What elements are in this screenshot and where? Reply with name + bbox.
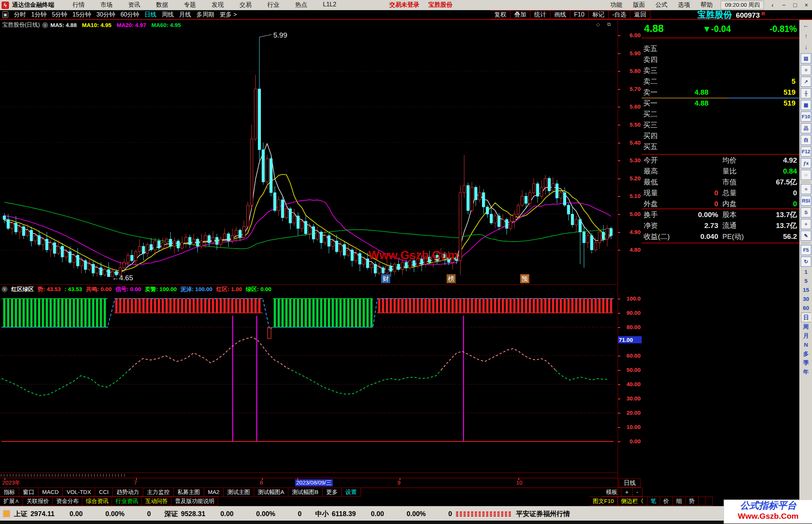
chevron-down-icon[interactable]: ∨ [2, 286, 8, 292]
refresh-icon[interactable]: ↻ [801, 257, 811, 267]
index-sme[interactable]: 中小6118.390.000.00%0 [315, 509, 452, 518]
indicator-tab[interactable]: 测试主图 [224, 488, 254, 497]
order-book-row[interactable]: 卖三 [642, 65, 799, 76]
extension-tab[interactable]: 扩展∧ [0, 497, 23, 506]
strip-period-月[interactable]: 月 [801, 331, 811, 340]
strip-period-1[interactable]: 1 [801, 267, 811, 276]
strip-period-多[interactable]: 多 [801, 349, 811, 358]
chart-tool-button[interactable]: 叠加 [511, 10, 530, 19]
back-arrow[interactable]: ← [801, 21, 811, 30]
period-tab[interactable]: 5分钟 [49, 11, 70, 19]
sidebar-tab[interactable] [698, 497, 706, 506]
chart-tool-button[interactable]: 复权 [491, 10, 511, 19]
sidebar-tab[interactable]: 价 [660, 497, 673, 506]
indicator-tab[interactable]: 设置 [342, 488, 361, 497]
candlestick-chart[interactable]: 5.99←4.65Www.Gszb.Com财榜预 [0, 29, 618, 284]
pencil-icon[interactable]: ✎ [801, 231, 811, 241]
order-book-row[interactable]: 买一 4.88 519 [642, 98, 799, 109]
period-tab[interactable]: 分时 [11, 11, 29, 19]
index-shenzhen[interactable]: 深证9528.310.000.00%0 [164, 509, 301, 518]
indicator-tab[interactable]: CCI [95, 488, 113, 497]
info-pages-icon[interactable]: ▦ [801, 100, 811, 110]
menu-item[interactable]: 行情 [65, 1, 92, 9]
s-icon[interactable]: S [801, 207, 811, 217]
window-button[interactable]: − [778, 2, 789, 9]
strip-period-N[interactable]: N [801, 340, 811, 349]
extension-tab[interactable]: 关联报价 [23, 497, 53, 506]
menu-item[interactable]: 市场 [92, 1, 120, 9]
f10-icon[interactable]: F10 [801, 112, 811, 122]
order-book-row[interactable]: 卖四 [642, 54, 799, 65]
order-book-row[interactable]: 卖一 4.88 519 [642, 87, 799, 98]
window-button[interactable]: □ [789, 2, 801, 9]
menu-item[interactable]: L1L2 [315, 1, 344, 9]
menu-item[interactable]: 发现 [204, 1, 232, 9]
indicator-tab[interactable]: 测试幅图A [254, 488, 288, 497]
login-status[interactable]: 交易未登录 [389, 1, 420, 9]
sidebar-tab[interactable]: 细 [673, 497, 686, 506]
strip-period-15[interactable]: 15 [801, 285, 811, 294]
order-book-row[interactable]: 买三 [642, 119, 799, 130]
index-shanghai[interactable]: 上证2974.110.000.00%0 [14, 509, 151, 518]
sidebar-tab[interactable]: 侧边栏《 [618, 497, 647, 506]
sidebar-tab[interactable]: 笔 [647, 497, 660, 506]
indicator-tab[interactable]: MACD [38, 488, 63, 497]
order-book-row[interactable]: 买二 [642, 109, 799, 119]
indicator-tab[interactable]: 窗口 [19, 488, 38, 497]
indicator-tab[interactable]: 指标 [0, 488, 19, 497]
trend-line-icon[interactable]: ↗ [801, 77, 811, 87]
kline-icon[interactable]: ╫ [801, 88, 811, 98]
menu-item[interactable]: 数据 [148, 1, 176, 9]
f5-icon[interactable]: F5 [801, 245, 811, 255]
template-button[interactable]: - [633, 488, 642, 497]
menu-item[interactable]: 专题 [176, 1, 204, 9]
strip-period-周[interactable]: 周 [801, 322, 811, 331]
menu-item[interactable]: 热点 [287, 1, 315, 9]
menu-item[interactable]: 交易 [232, 1, 259, 9]
period-tab[interactable]: 月线 [176, 11, 194, 19]
indicator-chart[interactable] [0, 294, 618, 473]
period-tab[interactable]: 15分钟 [70, 11, 94, 19]
up-arrow[interactable]: ↑ [801, 32, 811, 41]
tree-icon[interactable]: 品 [801, 123, 811, 133]
period-tab[interactable]: 多周期 [194, 11, 217, 19]
period-tab[interactable]: 60分钟 [118, 11, 142, 19]
period-tab[interactable]: 更多 > [217, 11, 239, 19]
order-book-row[interactable]: 买五 [642, 141, 799, 152]
pane-divider[interactable] [0, 284, 618, 285]
indicator-tab[interactable]: 更多 [323, 488, 342, 497]
strip-period-日[interactable]: 日 [801, 313, 811, 322]
strip-period-30[interactable]: 30 [801, 294, 811, 304]
chart-tool-button[interactable]: 返回 [630, 10, 650, 19]
indicator-tab[interactable]: 主力监控 [143, 488, 174, 497]
market-status-icon[interactable] [3, 510, 10, 517]
template-button[interactable]: + [621, 488, 633, 497]
extension-tab[interactable]: 普及版功能说明 [171, 497, 218, 506]
chart-tool-button[interactable]: 统计 [530, 10, 550, 19]
period-tab[interactable]: 日线 [142, 11, 159, 19]
chart-tool-button[interactable]: -自选 [609, 10, 630, 19]
period-tab[interactable]: 周线 [159, 11, 176, 19]
extension-tab[interactable]: 行业资讯 [112, 497, 142, 506]
chart-tool-button[interactable]: 画线 [550, 10, 570, 19]
rsi-icon[interactable]: RSI [801, 196, 811, 206]
down-arrow[interactable]: ↓ [801, 42, 811, 52]
period-tab[interactable]: 30分钟 [94, 11, 118, 19]
window-button[interactable]: × [801, 2, 812, 9]
quote-list-icon[interactable]: ≡ [801, 65, 811, 75]
circle-icon[interactable]: ○ [801, 170, 811, 180]
self-select-icon[interactable]: 自 [801, 135, 811, 145]
extension-tab[interactable]: 互动问答 [142, 497, 171, 506]
sidebar-tab[interactable] [706, 497, 713, 506]
menu-item[interactable]: 资讯 [120, 1, 148, 9]
order-book-row[interactable]: 卖五 [642, 43, 799, 54]
menu-item[interactable]: 选项 [673, 1, 695, 9]
pane-divider-2[interactable] [0, 473, 618, 473]
extension-tab[interactable]: 资金分布 [53, 497, 82, 506]
menu-item[interactable]: 公式 [650, 1, 673, 9]
strip-period-季[interactable]: 季 [801, 358, 811, 367]
report-icon[interactable]: ▤ [801, 53, 811, 63]
indicator-tab[interactable]: VOL-TDX [63, 488, 95, 497]
sidebar-tab[interactable]: 图文F10 [589, 497, 618, 506]
sidebar-tab[interactable]: 势 [686, 497, 698, 506]
